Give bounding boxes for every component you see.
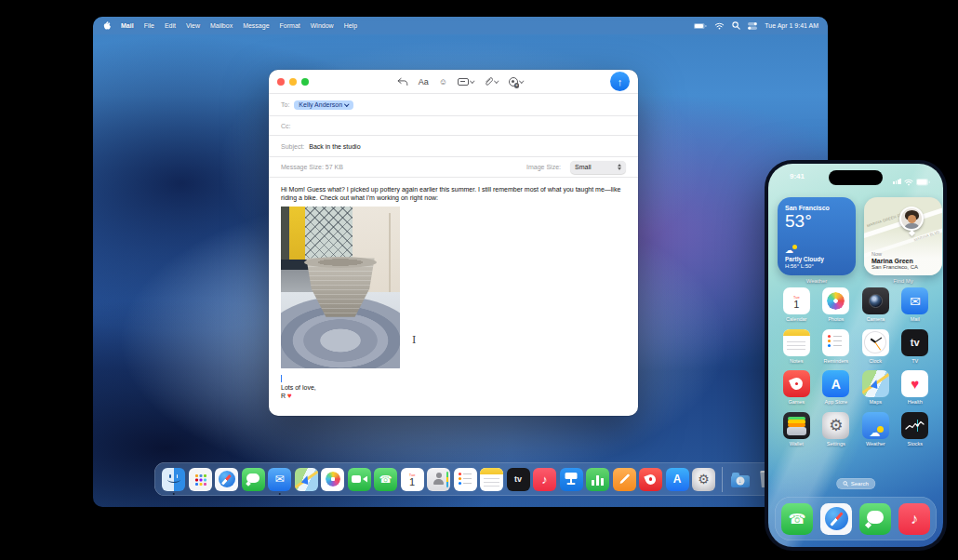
search-icon[interactable]: [732, 21, 740, 30]
dock-mail-icon[interactable]: ✉: [268, 468, 291, 491]
dock-separator: [722, 467, 723, 492]
app-health[interactable]: ♥ Health: [901, 370, 928, 405]
to-field-row[interactable]: To: Kelly Anderson: [269, 93, 638, 115]
dock-messages-icon[interactable]: [242, 468, 265, 491]
send-button[interactable]: ↑: [610, 72, 630, 91]
dock-launchpad-icon[interactable]: [189, 468, 212, 491]
dock-settings-icon[interactable]: ⚙: [692, 468, 715, 491]
undo-icon[interactable]: [396, 77, 408, 87]
weather-widget[interactable]: San Francisco 53° ☁ Partly Cloudy H:56° …: [778, 197, 856, 275]
close-window-button[interactable]: [277, 78, 285, 86]
home-search-pill[interactable]: Search: [836, 478, 875, 489]
compose-toolbar: Aa ☺ ↑: [269, 70, 638, 93]
dock-downloads-folder-icon[interactable]: [728, 468, 752, 491]
menu-item-view[interactable]: View: [186, 22, 200, 29]
menu-item-mail[interactable]: Mail: [121, 22, 134, 29]
dock-appstore-icon[interactable]: A: [666, 468, 689, 491]
app-mail[interactable]: ✉ Mail: [901, 287, 928, 322]
image-size-select[interactable]: Small: [570, 161, 626, 174]
dock-notes-icon[interactable]: [480, 468, 503, 491]
menu-bar-clock[interactable]: Tue Apr 1 9:41 AM: [765, 22, 818, 29]
menu-item-message[interactable]: Message: [243, 22, 269, 29]
subject-label: Subject:: [281, 143, 304, 150]
wifi-icon[interactable]: [714, 22, 725, 30]
app-settings[interactable]: ⚙ Settings: [822, 412, 849, 447]
dock-calendar-icon[interactable]: Tue1: [401, 468, 424, 491]
app-maps[interactable]: Maps: [862, 370, 889, 405]
chevron-down-icon: [344, 101, 349, 106]
findmy-widget[interactable]: MARINA GREEN DR MARINA BLVD Now Marina G…: [864, 197, 942, 275]
weather-condition: Partly Cloudy: [785, 256, 848, 262]
app-stocks[interactable]: Stocks: [901, 412, 928, 447]
iphone-dock-music-icon[interactable]: ♪: [898, 503, 930, 535]
iphone-screen: 9:41 San Francisco 53°: [768, 164, 943, 547]
recipient-name: Kelly Anderson: [299, 101, 342, 108]
insert-photo-button[interactable]: [509, 77, 524, 87]
menu-item-edit[interactable]: Edit: [165, 22, 176, 29]
iphone-dock-safari-icon[interactable]: [820, 503, 852, 535]
app-games[interactable]: Games: [783, 370, 810, 405]
header-fields-button[interactable]: [458, 78, 474, 86]
select-updown-icon: [618, 164, 621, 170]
signature-initial: R: [281, 393, 286, 399]
insert-photo-icon: [509, 77, 518, 87]
control-center-icon[interactable]: [748, 22, 757, 30]
app-calendar[interactable]: Tue1 Calendar: [783, 287, 810, 322]
dock-music-icon[interactable]: ♪: [533, 468, 556, 491]
weather-temp: 53°: [785, 211, 848, 231]
emoji-picker-icon[interactable]: ☺: [439, 77, 447, 87]
dock-safari-icon[interactable]: [215, 468, 238, 491]
dock-pages-icon[interactable]: [613, 468, 636, 491]
menu-item-window[interactable]: Window: [311, 22, 334, 29]
findmy-timestamp: Now: [872, 251, 918, 257]
dock-finder-icon[interactable]: [162, 468, 185, 491]
zoom-window-button[interactable]: [301, 78, 309, 86]
app-clock[interactable]: Clock: [862, 329, 889, 364]
dock-phone-icon[interactable]: ☎: [374, 468, 397, 491]
dock-numbers-icon[interactable]: [586, 468, 609, 491]
attach-file-button[interactable]: [484, 76, 499, 87]
app-weather[interactable]: ☁ Weather: [862, 412, 889, 447]
message-body[interactable]: Hi Mom! Guess what? I picked up pottery …: [269, 177, 638, 368]
app-wallet[interactable]: Wallet: [783, 412, 810, 447]
app-tv[interactable]: tv TV: [901, 329, 928, 364]
menu-item-format[interactable]: Format: [280, 22, 300, 29]
person-avatar: [899, 207, 924, 231]
app-reminders[interactable]: Reminders: [822, 329, 849, 364]
format-text-icon[interactable]: Aa: [419, 77, 429, 87]
menu-item-mailbox[interactable]: Mailbox: [210, 22, 233, 29]
dock: ✉ ☎ Tue1: [154, 462, 783, 496]
app-camera[interactable]: Camera: [862, 287, 889, 322]
recipient-pill[interactable]: Kelly Anderson: [294, 100, 353, 110]
open-indicator-dot: [278, 493, 281, 496]
cc-field-row[interactable]: Cc:: [269, 115, 638, 135]
cellular-signal-icon: [893, 179, 901, 184]
ibeam-cursor: I: [412, 334, 416, 346]
dock-keynote-icon[interactable]: [560, 468, 583, 491]
iphone-dock-messages-icon[interactable]: [859, 503, 891, 535]
apple-logo-icon[interactable]: [102, 20, 111, 31]
dock-photos-icon[interactable]: [321, 468, 344, 491]
dock-reminders-icon[interactable]: [454, 468, 477, 491]
findmy-place: Marina Green: [872, 258, 918, 264]
home-screen-app-grid: Tue1 Calendar Photos Camera ✉ Mail: [777, 287, 935, 447]
pottery-photo-attachment[interactable]: [281, 207, 400, 368]
app-appstore[interactable]: A App Store: [822, 370, 849, 405]
iphone-dock-phone-icon[interactable]: ☎: [781, 503, 813, 535]
menu-item-help[interactable]: Help: [344, 22, 357, 29]
dock-maps-icon[interactable]: [295, 468, 318, 491]
battery-icon[interactable]: [694, 22, 707, 30]
dock-games-icon[interactable]: [639, 468, 662, 491]
iphone-status-time: 9:41: [790, 172, 805, 180]
chevron-down-icon: [519, 78, 524, 83]
minimize-window-button[interactable]: [289, 78, 297, 86]
app-photos[interactable]: Photos: [822, 287, 849, 322]
dock-contacts-icon[interactable]: [427, 468, 450, 491]
body-paragraph: Hi Mom! Guess what? I picked up pottery …: [281, 185, 627, 202]
dock-facetime-icon[interactable]: [348, 468, 371, 491]
menu-item-file[interactable]: File: [144, 22, 154, 29]
subject-field-row[interactable]: Subject: Back in the studio: [269, 135, 638, 156]
app-notes[interactable]: Notes: [783, 329, 810, 364]
message-size-text: Message Size: 57 KB: [281, 164, 343, 170]
dock-tv-icon[interactable]: tv: [507, 468, 530, 491]
